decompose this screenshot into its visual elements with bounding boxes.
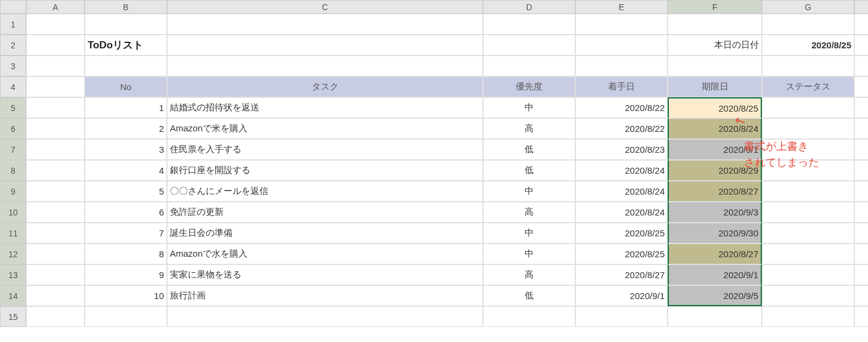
cell-F14[interactable]: 2020/9/5	[668, 285, 762, 306]
cell-D3[interactable]	[483, 56, 575, 76]
cell-F15[interactable]	[668, 306, 762, 327]
cell-A2[interactable]	[26, 35, 85, 56]
cell-E6[interactable]: 2020/8/22	[575, 118, 668, 139]
cell-B12[interactable]: 8	[85, 244, 167, 264]
cell-B5[interactable]: 1	[85, 97, 167, 118]
cell-G13[interactable]	[762, 264, 854, 285]
cell-B11[interactable]: 7	[85, 223, 167, 244]
cell-E13[interactable]: 2020/8/27	[575, 264, 668, 285]
row-header-4[interactable]: 4	[0, 76, 26, 97]
cell-E2[interactable]	[575, 35, 668, 56]
column-header-F[interactable]: F	[668, 0, 762, 14]
cell-H14[interactable]	[854, 285, 868, 306]
cell-B14[interactable]: 10	[85, 285, 167, 306]
cell-B9[interactable]: 5	[85, 181, 167, 202]
cell-A7[interactable]	[26, 139, 85, 160]
cell-H6[interactable]	[854, 118, 868, 139]
cell-B10[interactable]: 6	[85, 202, 167, 223]
cell-C11[interactable]: 誕生日会の準備	[167, 223, 483, 244]
row-header-11[interactable]: 11	[0, 223, 26, 244]
cell-D10[interactable]: 高	[483, 202, 575, 223]
cell-C15[interactable]	[167, 306, 483, 327]
cell-B7[interactable]: 3	[85, 139, 167, 160]
cell-B2[interactable]: ToDoリスト	[85, 35, 167, 56]
row-header-3[interactable]: 3	[0, 56, 26, 76]
cell-C7[interactable]: 住民票を入手する	[167, 139, 483, 160]
cell-B4[interactable]: No	[85, 76, 167, 97]
cell-F6[interactable]: 2020/8/24	[668, 118, 762, 139]
cell-D9[interactable]: 中	[483, 181, 575, 202]
cell-F2[interactable]: 本日の日付	[668, 35, 762, 56]
row-header-1[interactable]: 1	[0, 14, 26, 35]
row-header-10[interactable]: 10	[0, 202, 26, 223]
cell-H12[interactable]	[854, 244, 868, 264]
cell-H10[interactable]	[854, 202, 868, 223]
column-header-B[interactable]: B	[85, 0, 167, 14]
row-header-2[interactable]: 2	[0, 35, 26, 56]
cell-A11[interactable]	[26, 223, 85, 244]
cell-D4[interactable]: 優先度	[483, 76, 575, 97]
cell-A1[interactable]	[26, 14, 85, 35]
cell-F12[interactable]: 2020/8/27	[668, 244, 762, 264]
cell-A13[interactable]	[26, 264, 85, 285]
cell-H15[interactable]	[854, 306, 868, 327]
cell-H11[interactable]	[854, 223, 868, 244]
cell-H4[interactable]	[854, 76, 868, 97]
cell-E10[interactable]: 2020/8/24	[575, 202, 668, 223]
cell-A15[interactable]	[26, 306, 85, 327]
cell-B3[interactable]	[85, 56, 167, 76]
column-header-E[interactable]: E	[575, 0, 668, 14]
cell-H8[interactable]	[854, 160, 868, 181]
cell-E11[interactable]: 2020/8/25	[575, 223, 668, 244]
cell-H5[interactable]	[854, 97, 868, 118]
row-header-13[interactable]: 13	[0, 264, 26, 285]
cell-E12[interactable]: 2020/8/25	[575, 244, 668, 264]
cell-D15[interactable]	[483, 306, 575, 327]
cell-D13[interactable]: 高	[483, 264, 575, 285]
cell-F4[interactable]: 期限日	[668, 76, 762, 97]
cell-A5[interactable]	[26, 97, 85, 118]
cell-B1[interactable]	[85, 14, 167, 35]
cell-F5[interactable]: 2020/8/25	[668, 97, 762, 118]
cell-C6[interactable]: Amazonで米を購入	[167, 118, 483, 139]
cell-G15[interactable]	[762, 306, 854, 327]
cell-D11[interactable]: 中	[483, 223, 575, 244]
cell-A8[interactable]	[26, 160, 85, 181]
cell-E8[interactable]: 2020/8/24	[575, 160, 668, 181]
cell-C5[interactable]: 結婚式の招待状を返送	[167, 97, 483, 118]
cell-D8[interactable]: 低	[483, 160, 575, 181]
row-header-5[interactable]: 5	[0, 97, 26, 118]
cell-H2[interactable]	[854, 35, 868, 56]
cell-G1[interactable]	[762, 14, 854, 35]
cell-A14[interactable]	[26, 285, 85, 306]
row-header-12[interactable]: 12	[0, 244, 26, 264]
cell-B8[interactable]: 4	[85, 160, 167, 181]
cell-G14[interactable]	[762, 285, 854, 306]
cell-G9[interactable]	[762, 181, 854, 202]
cell-A10[interactable]	[26, 202, 85, 223]
row-header-15[interactable]: 15	[0, 306, 26, 327]
cell-C4[interactable]: タスク	[167, 76, 483, 97]
cell-C8[interactable]: 銀行口座を開設する	[167, 160, 483, 181]
row-header-9[interactable]: 9	[0, 181, 26, 202]
cell-D5[interactable]: 中	[483, 97, 575, 118]
cell-G12[interactable]	[762, 244, 854, 264]
row-header-14[interactable]: 14	[0, 285, 26, 306]
cell-F1[interactable]	[668, 14, 762, 35]
column-header-D[interactable]: D	[483, 0, 575, 14]
cell-H1[interactable]	[854, 14, 868, 35]
cell-C9[interactable]: 〇〇さんにメールを返信	[167, 181, 483, 202]
row-header-8[interactable]: 8	[0, 160, 26, 181]
cell-A6[interactable]	[26, 118, 85, 139]
cell-G4[interactable]: ステータス	[762, 76, 854, 97]
cell-H9[interactable]	[854, 181, 868, 202]
cell-D12[interactable]: 中	[483, 244, 575, 264]
cell-F3[interactable]	[668, 56, 762, 76]
cell-G10[interactable]	[762, 202, 854, 223]
cell-E15[interactable]	[575, 306, 668, 327]
cell-D1[interactable]	[483, 14, 575, 35]
column-header-G[interactable]: G	[762, 0, 854, 14]
row-header-7[interactable]: 7	[0, 139, 26, 160]
cell-C1[interactable]	[167, 14, 483, 35]
cell-A4[interactable]	[26, 76, 85, 97]
